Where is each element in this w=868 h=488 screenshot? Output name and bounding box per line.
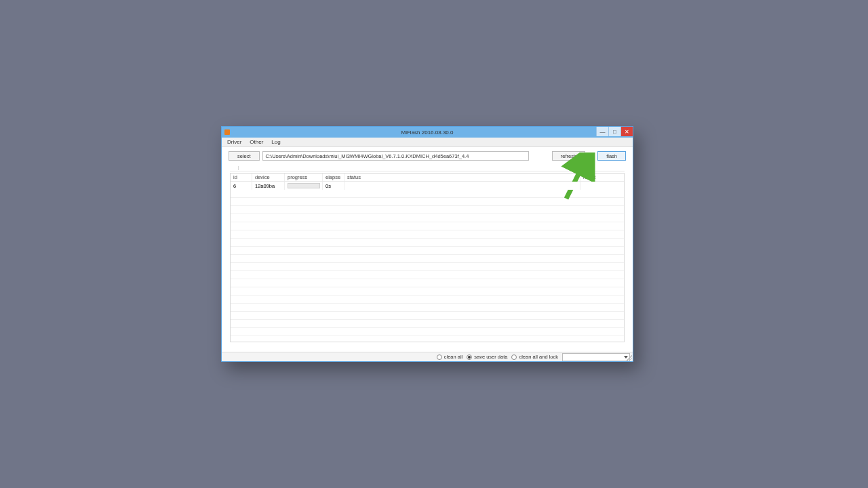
cell-status [344,182,580,190]
table-body: 6 12a09ba 0s [231,182,624,342]
minimize-button[interactable]: — [596,127,608,136]
titlebar: MiFlash 2016.08.30.0 — □ ✕ [222,127,633,138]
statusbar: clean all save user data clean all and l… [222,352,633,361]
radio-icon [437,354,442,360]
cell-device: 12a09ba [252,182,285,190]
sub-toolbar [230,165,625,171]
resize-grip-icon[interactable] [627,355,632,361]
app-icon [224,129,230,135]
col-header-status[interactable]: status [344,174,580,181]
radio-label: clean all and lock [519,354,558,360]
col-header-id[interactable]: id [231,174,252,181]
col-header-elapse[interactable]: elapse [323,174,344,181]
window-controls: — □ ✕ [596,127,633,136]
radio-save-user-data[interactable]: save user data [467,354,507,360]
radio-icon [467,354,472,360]
mode-combobox[interactable] [562,353,630,361]
cell-progress [285,182,323,190]
menu-log[interactable]: Log [271,139,280,145]
table-header: id device progress elapse status result [231,174,624,182]
rom-path-input[interactable]: C:\Users\Admin\Downloads\miui_MI3WMI4WGl… [262,151,529,161]
cell-result [580,182,624,190]
radio-clean-all[interactable]: clean all [437,354,463,360]
cell-id: 6 [231,182,252,190]
refresh-button[interactable]: refresh [552,151,585,161]
menu-other[interactable]: Other [250,139,263,145]
progress-bar [288,183,320,188]
menubar: Driver Other Log [222,138,633,147]
flash-button[interactable]: flash [597,151,626,161]
toolbar: select C:\Users\Admin\Downloads\miui_MI3… [222,147,633,165]
col-header-result[interactable]: result [580,174,624,181]
radio-icon [511,354,517,360]
close-button[interactable]: ✕ [620,127,633,136]
window-title: MiFlash 2016.08.30.0 [401,129,454,136]
select-button[interactable]: select [229,151,260,161]
table-row[interactable]: 6 12a09ba 0s [231,182,624,190]
col-header-device[interactable]: device [252,174,285,181]
device-table: id device progress elapse status result … [230,173,625,342]
col-header-progress[interactable]: progress [285,174,323,181]
radio-clean-all-and-lock[interactable]: clean all and lock [511,354,558,360]
maximize-button[interactable]: □ [608,127,620,136]
cell-elapse: 0s [323,182,344,190]
radio-label: save user data [474,354,507,360]
app-window: MiFlash 2016.08.30.0 — □ ✕ Driver Other … [221,126,633,362]
radio-label: clean all [444,354,463,360]
menu-driver[interactable]: Driver [227,139,241,145]
